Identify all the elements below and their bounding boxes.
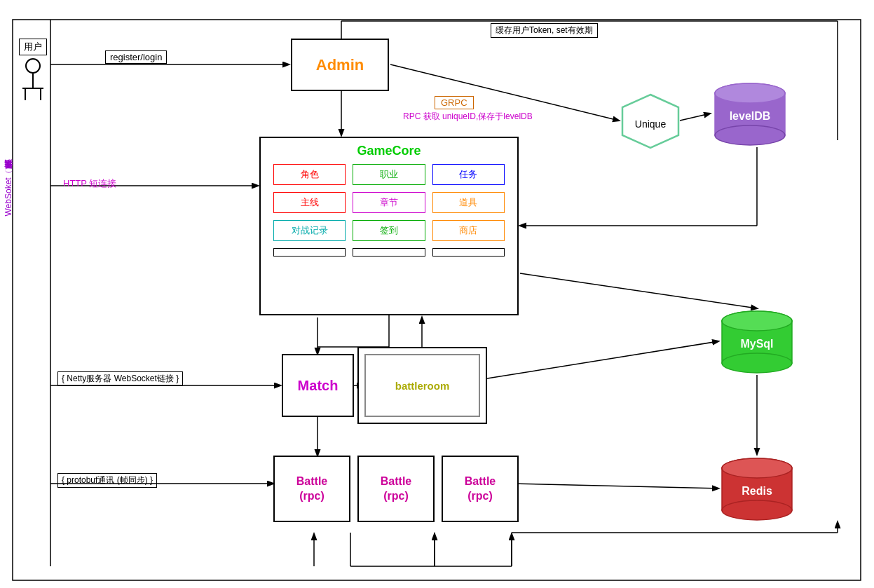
battleroom-label: battleroom — [395, 380, 450, 392]
gc-cell-job: 职业 — [353, 164, 425, 185]
gc-cell-empty1 — [273, 248, 346, 257]
svg-text:MySql: MySql — [740, 338, 773, 350]
grpc-text: GRPC — [441, 97, 467, 108]
gamecore-box: GameCore 角色 职业 任务 主线 章节 道具 对战记录 签到 商店 — [259, 137, 519, 315]
svg-point-50 — [722, 458, 792, 478]
svg-point-42 — [722, 311, 792, 331]
rpc-label: RPC 获取 uniqueID,保存于levelDB — [403, 111, 533, 123]
battleroom-box: battleroom — [364, 354, 480, 417]
netty-ws-label: { Netty服务器 WebSocket链接 } — [57, 371, 183, 386]
leveldb-cylinder: levelDB — [711, 81, 788, 147]
battle-box-1: Battle(rpc) — [273, 456, 350, 522]
svg-line-25 — [512, 484, 718, 488]
websocket-label: WebSoket 长连接（双全工通信） — [3, 175, 15, 216]
grpc-label: GRPC — [435, 96, 474, 109]
unique-hex: Unique — [619, 93, 682, 149]
svg-line-15 — [487, 341, 718, 378]
svg-point-49 — [722, 500, 792, 520]
battle-label-3: Battle(rpc) — [465, 474, 496, 504]
register-login-label: register/login — [105, 50, 167, 64]
gc-cell-chapter: 章节 — [353, 192, 425, 213]
user-leg-left — [25, 89, 26, 100]
gamecore-title: GameCore — [261, 138, 517, 158]
mysql-cylinder: MySql — [718, 308, 796, 375]
http-short-label: HTTP 短连接 — [63, 177, 116, 190]
protobuf-text: { protobuf通讯 (帧同步) } — [62, 475, 153, 485]
user-body — [32, 74, 34, 88]
gc-cell-signin: 签到 — [353, 220, 425, 241]
match-box: Match — [282, 354, 354, 417]
svg-point-39 — [715, 125, 785, 145]
svg-line-7 — [680, 114, 710, 121]
battle-box-2: Battle(rpc) — [357, 456, 435, 522]
user-leg-right — [40, 89, 41, 100]
admin-box: Admin — [291, 39, 389, 91]
netty-ws-text: { Netty服务器 WebSocket链接 } — [62, 374, 179, 383]
battle-label-1: Battle(rpc) — [296, 474, 327, 504]
svg-rect-38 — [715, 93, 785, 135]
gc-cell-record: 对战记录 — [273, 220, 346, 241]
svg-text:Redis: Redis — [742, 485, 772, 497]
battle-box-3: Battle(rpc) — [442, 456, 519, 522]
gc-cell-empty2 — [353, 248, 425, 257]
gc-cell-role: 角色 — [273, 164, 346, 185]
diagram: 用户 register/login 缓存用户Token, set有效期 Admi… — [0, 0, 874, 588]
battle-label-2: Battle(rpc) — [381, 474, 411, 504]
gamecore-grid: 角色 职业 任务 主线 章节 道具 对战记录 签到 商店 — [261, 164, 517, 257]
svg-point-40 — [715, 83, 785, 103]
svg-text:levelDB: levelDB — [730, 110, 771, 122]
gc-cell-item: 道具 — [432, 192, 505, 213]
user-label: 用户 — [19, 39, 47, 55]
admin-label: Admin — [316, 56, 364, 74]
svg-marker-35 — [622, 95, 678, 148]
redis-cylinder: Redis — [718, 456, 796, 522]
gc-cell-main: 主线 — [273, 192, 346, 213]
gc-cell-empty3 — [432, 248, 505, 257]
svg-point-44 — [722, 353, 792, 373]
svg-rect-43 — [722, 321, 792, 363]
match-label: Match — [298, 378, 339, 394]
gc-cell-shop: 商店 — [432, 220, 505, 241]
svg-point-37 — [715, 83, 785, 103]
user-actor: 用户 — [15, 39, 50, 100]
user-legs — [25, 89, 41, 100]
gc-cell-task: 任务 — [432, 164, 505, 185]
svg-rect-48 — [722, 468, 792, 510]
svg-point-47 — [722, 458, 792, 478]
protobuf-label: { protobuf通讯 (帧同步) } — [57, 473, 157, 488]
svg-text:Unique: Unique — [635, 118, 667, 130]
svg-line-11 — [520, 273, 757, 308]
cache-token-label: 缓存用户Token, set有效期 — [491, 23, 598, 38]
svg-point-45 — [722, 311, 792, 331]
user-head — [25, 58, 41, 74]
